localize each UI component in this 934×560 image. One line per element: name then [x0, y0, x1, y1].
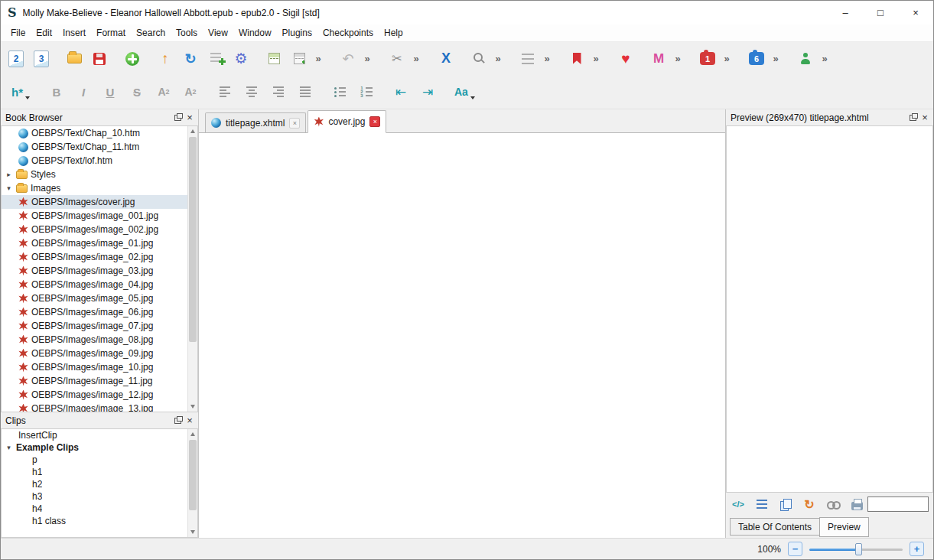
overflow-chevron[interactable]: »	[314, 47, 323, 70]
undo-button[interactable]: ↶	[340, 47, 356, 70]
zoom-slider[interactable]	[809, 542, 903, 556]
tree-item[interactable]: OEBPS/Images/image_13.jpg	[2, 402, 187, 412]
tree-item[interactable]: OEBPS/Images/image_12.jpg	[2, 388, 187, 402]
menu-window[interactable]: Window	[233, 25, 277, 41]
tree-item[interactable]: OEBPS/Images/image_11.jpg	[2, 374, 187, 388]
close-window-button[interactable]: ×	[898, 1, 933, 24]
tree-item[interactable]: ▾Example Clips	[2, 441, 187, 454]
slider-handle[interactable]	[855, 543, 862, 555]
menu-search[interactable]: Search	[131, 25, 171, 41]
add-existing-files-button[interactable]	[125, 47, 140, 70]
tree-item[interactable]: h1	[2, 466, 187, 478]
menu-tools[interactable]: Tools	[171, 25, 203, 41]
strikethrough-button[interactable]: S	[129, 80, 145, 103]
overflow-chevron[interactable]: »	[771, 47, 780, 70]
align-right-button[interactable]	[271, 80, 286, 103]
tree-item[interactable]: OEBPS/Images/image_001.jpg	[2, 209, 187, 223]
tree-item[interactable]: OEBPS/Images/image_10.jpg	[2, 360, 187, 374]
outdent-button[interactable]: ⇤	[393, 80, 408, 103]
close-panel-icon[interactable]: ×	[185, 112, 194, 122]
tree-item[interactable]: OEBPS/Images/image_09.jpg	[2, 347, 187, 360]
manage-plugins-button[interactable]	[798, 47, 813, 70]
overflow-chevron[interactable]: »	[820, 47, 829, 70]
tree-item[interactable]: h1 class	[2, 515, 187, 527]
clips-scrollbar[interactable]	[187, 429, 197, 537]
zoom-in-button[interactable]: +	[910, 542, 924, 556]
numbered-list-button[interactable]: 123	[359, 80, 374, 103]
tree-item[interactable]: h2	[2, 478, 187, 490]
maximize-button[interactable]: □	[863, 1, 898, 24]
float-panel-icon[interactable]	[174, 115, 181, 121]
tab-table-of-contents[interactable]: Table Of Contents	[730, 518, 820, 536]
menu-plugins[interactable]: Plugins	[277, 25, 317, 41]
overflow-chevron[interactable]: »	[363, 47, 372, 70]
close-panel-icon[interactable]: ×	[185, 415, 194, 425]
tree-item[interactable]: OEBPS/Images/image_07.jpg	[2, 319, 187, 333]
upload-button[interactable]: ↑	[158, 47, 173, 70]
bookmark-button[interactable]	[569, 47, 584, 70]
tree-folder-row[interactable]: ▸Styles	[2, 168, 187, 181]
copy-button[interactable]	[778, 493, 793, 516]
tree-item[interactable]: OEBPS/Text/lof.htm	[2, 154, 187, 168]
settings-button[interactable]: ⚙	[233, 47, 249, 70]
expand-arrow-icon[interactable]: ▾	[5, 184, 13, 192]
editor-tab[interactable]: titlepage.xhtml×	[205, 112, 306, 132]
reload-button[interactable]: ↻	[183, 47, 198, 70]
scroll-up-arrow-icon[interactable]	[188, 429, 197, 439]
align-justify-button[interactable]	[298, 80, 313, 103]
split-at-cursor-button[interactable]	[266, 47, 282, 70]
superscript-button[interactable]: A2	[183, 80, 198, 103]
align-left-button[interactable]	[217, 80, 233, 103]
tree-item[interactable]: OEBPS/Images/image_002.jpg	[2, 223, 187, 236]
menu-help[interactable]: Help	[379, 25, 408, 41]
insert-file-button[interactable]	[208, 47, 223, 70]
print-button[interactable]	[849, 493, 864, 516]
expand-arrow-icon[interactable]: ▾	[5, 444, 13, 451]
menu-file[interactable]: File	[5, 25, 31, 41]
overflow-chevron[interactable]: »	[722, 47, 731, 70]
subscript-button[interactable]: A2	[156, 80, 171, 103]
align-center-button[interactable]	[244, 80, 259, 103]
tree-item[interactable]: OEBPS/Images/image_05.jpg	[2, 291, 187, 305]
menu-format[interactable]: Format	[91, 25, 131, 41]
bullet-list-button[interactable]	[332, 80, 347, 103]
tab-preview[interactable]: Preview	[819, 517, 869, 537]
scroll-up-arrow-icon[interactable]	[188, 126, 197, 136]
italic-button[interactable]: I	[76, 80, 91, 103]
new-epub3-button[interactable]: 3	[34, 50, 49, 67]
tree-item[interactable]: OEBPS/Images/image_06.jpg	[2, 305, 187, 319]
tree-folder-row[interactable]: ▾Images	[2, 181, 187, 195]
tree-item[interactable]: h4	[2, 503, 187, 515]
expand-arrow-icon[interactable]: ▸	[5, 171, 13, 178]
save-button[interactable]	[92, 47, 107, 70]
tree-item[interactable]: OEBPS/Images/image_04.jpg	[2, 278, 187, 291]
underline-button[interactable]: U	[103, 80, 118, 103]
menu-checkpoints[interactable]: Checkpoints	[317, 25, 379, 41]
zoom-out-button[interactable]: −	[788, 542, 802, 556]
scrollbar-thumb[interactable]	[189, 137, 197, 342]
tree-item[interactable]: OEBPS/Text/Chap_11.htm	[2, 140, 187, 154]
editor-tab[interactable]: cover.jpg×	[308, 110, 386, 133]
plugin-6-button[interactable]: 6	[749, 52, 764, 65]
link-button[interactable]	[825, 493, 841, 516]
close-panel-icon[interactable]: ×	[920, 112, 929, 122]
float-panel-icon[interactable]	[910, 115, 916, 121]
overflow-chevron[interactable]: »	[412, 47, 421, 70]
plugin-1-button[interactable]: 1	[700, 52, 715, 65]
preview-input[interactable]	[867, 497, 929, 512]
donate-button[interactable]: ♥	[618, 47, 633, 70]
tree-item[interactable]: OEBPS/Images/image_08.jpg	[2, 333, 187, 347]
find-button[interactable]	[471, 47, 487, 70]
tree-item[interactable]: OEBPS/Images/image_01.jpg	[2, 236, 187, 250]
inspect-code-button[interactable]: </>	[731, 493, 746, 516]
menu-edit[interactable]: Edit	[31, 25, 57, 41]
refresh-preview-button[interactable]: ↻	[802, 493, 817, 516]
tree-item[interactable]: OEBPS/Images/image_02.jpg	[2, 250, 187, 264]
index-editor-button[interactable]	[520, 47, 535, 70]
validate-epub-button[interactable]: X	[438, 47, 454, 70]
menu-insert[interactable]: Insert	[57, 25, 91, 41]
heading-style-button[interactable]: h*	[11, 80, 30, 103]
scroll-down-arrow-icon[interactable]	[188, 402, 197, 412]
tree-item[interactable]: OEBPS/Images/image_03.jpg	[2, 264, 187, 278]
tab-close-button[interactable]: ×	[369, 116, 380, 127]
